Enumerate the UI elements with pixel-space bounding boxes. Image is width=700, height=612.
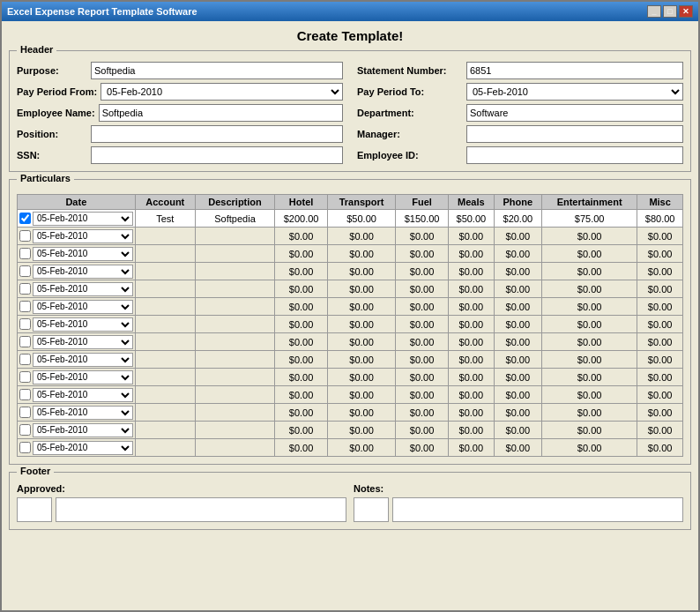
particulars-legend: Particulars (17, 173, 74, 183)
row-checkbox[interactable] (19, 336, 31, 347)
row-checkbox[interactable] (19, 371, 31, 383)
notes-small-box (354, 497, 389, 522)
phone-cell: $0.00 (494, 439, 541, 457)
row1-checkbox[interactable] (19, 213, 31, 224)
close-button[interactable]: ✕ (679, 5, 693, 18)
row-checkbox[interactable] (19, 424, 31, 436)
row-date-select[interactable]: 05-Feb-2010 (33, 423, 133, 437)
hotel-cell: $0.00 (275, 439, 328, 457)
meals-cell: $0.00 (449, 298, 495, 316)
entertainment-cell: $0.00 (542, 404, 637, 422)
date-cell-empty: 05-Feb-2010 (18, 351, 136, 369)
table-row: 05-Feb-2010$0.00$0.00$0.00$0.00$0.00$0.0… (18, 316, 683, 333)
fuel-cell: $0.00 (396, 245, 449, 263)
row-date-select[interactable]: 05-Feb-2010 (33, 370, 133, 384)
transport-cell: $0.00 (327, 422, 395, 439)
notes-input[interactable] (392, 497, 683, 522)
account-cell (135, 228, 195, 245)
fuel-cell: $0.00 (396, 369, 449, 386)
employee-id-input[interactable] (466, 146, 683, 164)
fuel-cell-1: $150.00 (396, 210, 449, 228)
account-cell (135, 386, 195, 404)
statement-number-input[interactable] (466, 62, 683, 79)
row-checkbox[interactable] (19, 265, 31, 277)
table-header-row: Date Account Description Hotel Transport… (18, 195, 683, 210)
row-date-select[interactable]: 05-Feb-2010 (33, 406, 133, 420)
entertainment-cell: $0.00 (542, 280, 637, 298)
pay-period-from-select[interactable]: 05-Feb-2010 (101, 83, 343, 101)
meals-cell: $0.00 (449, 422, 495, 439)
minimize-button[interactable]: _ (647, 5, 661, 18)
table-row: 05-Feb-2010$0.00$0.00$0.00$0.00$0.00$0.0… (18, 404, 683, 422)
account-cell (135, 439, 195, 457)
phone-cell: $0.00 (494, 351, 541, 369)
title-bar: Excel Expense Report Template Software _… (2, 2, 698, 21)
phone-cell: $0.00 (494, 404, 541, 422)
hotel-cell: $0.00 (275, 333, 328, 351)
account-cell (135, 333, 195, 351)
approved-input[interactable] (56, 497, 346, 522)
phone-cell: $0.00 (494, 263, 541, 280)
header-section: Header Purpose: Pay Period From: 05-Feb-… (9, 50, 691, 172)
transport-cell: $0.00 (327, 298, 395, 316)
ssn-row: SSN: (17, 146, 343, 164)
row1-date-select[interactable]: 05-Feb-2010 (33, 212, 133, 226)
fuel-cell: $0.00 (396, 386, 449, 404)
col-date: Date (18, 195, 136, 210)
misc-cell: $0.00 (637, 245, 683, 263)
description-cell-1: Softpedia (195, 210, 274, 228)
row-checkbox[interactable] (19, 318, 31, 330)
employee-id-label: Employee ID: (357, 150, 463, 160)
department-input[interactable] (466, 104, 683, 122)
col-description: Description (195, 195, 274, 210)
transport-cell: $0.00 (327, 369, 395, 386)
meals-cell: $0.00 (449, 369, 495, 386)
row-date-select[interactable]: 05-Feb-2010 (33, 229, 133, 243)
purpose-row: Purpose: (17, 62, 343, 79)
misc-cell: $0.00 (637, 439, 683, 457)
row-checkbox[interactable] (19, 230, 31, 242)
row-checkbox[interactable] (19, 407, 31, 418)
row-checkbox[interactable] (19, 389, 31, 400)
fuel-cell: $0.00 (396, 439, 449, 457)
particulars-section: Particulars Date Account Description Hot… (9, 179, 691, 465)
table-row: 05-Feb-2010$0.00$0.00$0.00$0.00$0.00$0.0… (18, 245, 683, 263)
ssn-input[interactable] (91, 146, 343, 164)
hotel-cell: $0.00 (275, 245, 328, 263)
row-date-select[interactable]: 05-Feb-2010 (33, 335, 133, 349)
row-date-select[interactable]: 05-Feb-2010 (33, 300, 133, 314)
purpose-input[interactable] (91, 62, 343, 79)
row-date-select[interactable]: 05-Feb-2010 (33, 282, 133, 296)
employee-name-row: Employee Name: (17, 104, 343, 122)
misc-cell: $0.00 (637, 422, 683, 439)
row-checkbox[interactable] (19, 248, 31, 259)
row-date-select[interactable]: 05-Feb-2010 (33, 265, 133, 279)
row-checkbox[interactable] (19, 301, 31, 312)
row-date-select[interactable]: 05-Feb-2010 (33, 247, 133, 261)
maximize-button[interactable]: □ (663, 5, 677, 18)
row-date-select[interactable]: 05-Feb-2010 (33, 441, 133, 455)
account-cell (135, 404, 195, 422)
date-cell-empty: 05-Feb-2010 (18, 333, 136, 351)
position-input[interactable] (91, 125, 343, 143)
col-entertainment: Entertainment (542, 195, 637, 210)
row-date-select[interactable]: 05-Feb-2010 (33, 317, 133, 332)
pay-period-to-select[interactable]: 05-Feb-2010 (466, 83, 683, 101)
row-checkbox[interactable] (19, 283, 31, 295)
particulars-table: Date Account Description Hotel Transport… (17, 194, 683, 457)
row-date-select[interactable]: 05-Feb-2010 (33, 388, 133, 402)
employee-name-input[interactable] (99, 104, 343, 122)
phone-cell: $0.00 (494, 422, 541, 439)
col-hotel: Hotel (275, 195, 328, 210)
table-row: 05-Feb-2010 Test Softpedia $200.00 $50.0… (18, 210, 683, 228)
meals-cell: $0.00 (449, 404, 495, 422)
date-cell-empty: 05-Feb-2010 (18, 404, 136, 422)
row-checkbox[interactable] (19, 442, 31, 453)
description-cell (195, 369, 274, 386)
entertainment-cell-1: $75.00 (542, 210, 637, 228)
manager-input[interactable] (466, 125, 683, 143)
misc-cell: $0.00 (637, 316, 683, 333)
entertainment-cell: $0.00 (542, 228, 637, 245)
row-date-select[interactable]: 05-Feb-2010 (33, 353, 133, 367)
row-checkbox[interactable] (19, 354, 31, 365)
